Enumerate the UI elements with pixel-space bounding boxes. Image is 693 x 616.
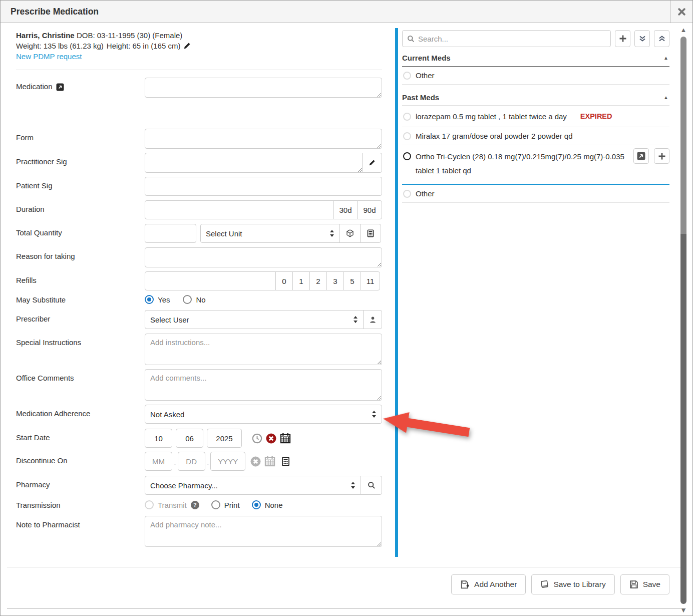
adherence-select[interactable]: Not Asked [145, 405, 382, 424]
calendar-icon[interactable] [280, 433, 291, 444]
current-meds-header[interactable]: Current Meds ▲ [402, 49, 669, 67]
scrollbar[interactable]: ▲ ▼ [679, 24, 688, 615]
clear-date-icon[interactable] [266, 433, 276, 444]
add-med-to-rx-button[interactable] [654, 148, 669, 164]
discontinue-year-input[interactable] [210, 452, 245, 471]
none-radio[interactable]: None [252, 500, 283, 509]
scrollbar-thumb[interactable] [680, 234, 686, 604]
scrollbar-down-arrow[interactable]: ▼ [680, 608, 687, 613]
pharmacy-note-input[interactable] [145, 516, 382, 547]
book-icon [540, 579, 549, 589]
refills-input[interactable] [145, 271, 276, 290]
med-item-ortho-tri-cyclen[interactable]: Ortho Tri-Cyclen (28) 0.18 mg(7)/0.215mg… [402, 145, 669, 185]
sort-arrows-icon [353, 316, 358, 324]
medication-external-link-icon[interactable] [56, 83, 64, 91]
open-med-button[interactable] [633, 148, 649, 164]
prescriber-select[interactable]: Select User [145, 310, 364, 329]
medication-input[interactable] [145, 78, 382, 98]
prescriber-user-button[interactable] [363, 310, 382, 329]
radio-disabled-icon [145, 500, 154, 509]
meds-search-field[interactable] [402, 30, 611, 47]
total-quantity-input[interactable] [145, 224, 196, 243]
patient-name: Harris, Christine [16, 31, 75, 40]
transmission-label: Transmission [16, 500, 145, 509]
radio-icon [403, 72, 411, 80]
total-quantity-label: Total Quantity [16, 224, 145, 243]
med-item-lorazepam[interactable]: lorazepam 0.5 mg tablet , 1 tablet twice… [402, 106, 669, 127]
start-day-input[interactable] [176, 429, 203, 448]
special-instructions-input[interactable] [145, 334, 382, 365]
substitute-no-radio[interactable]: No [183, 295, 205, 304]
date-calculator-icon[interactable] [281, 457, 290, 466]
duration-90d-button[interactable]: 90d [357, 200, 382, 219]
refill-1-button[interactable]: 1 [292, 271, 310, 290]
meds-search-input[interactable] [418, 31, 606, 46]
calendar-disabled-icon [264, 456, 275, 467]
meds-panel: Current Meds ▲ Other Past Meds ▲ lorazep… [398, 23, 669, 557]
print-radio[interactable]: Print [211, 500, 240, 509]
start-month-input[interactable] [145, 429, 172, 448]
help-icon[interactable]: ? [191, 501, 199, 509]
refill-5-button[interactable]: 5 [343, 271, 361, 290]
save-icon [629, 580, 638, 589]
external-link-icon [637, 152, 645, 160]
scrollbar-up-arrow[interactable]: ▲ [680, 28, 687, 33]
past-meds-header[interactable]: Past Meds ▲ [402, 89, 669, 106]
duration-30d-button[interactable]: 30d [333, 200, 358, 219]
reason-input[interactable] [145, 247, 382, 267]
radio-icon [211, 500, 220, 509]
scrollbar-thumb-upper[interactable] [680, 37, 686, 234]
radio-icon [403, 113, 411, 121]
office-comments-input[interactable] [145, 369, 382, 401]
edit-vitals-pencil-icon[interactable] [183, 42, 191, 50]
pharmacy-select[interactable]: Choose Pharmacy... [145, 476, 361, 495]
patient-dob: DOB: 03-11-1995 (30) (Female) [77, 31, 182, 40]
plus-icon [619, 35, 627, 43]
substitute-yes-radio[interactable]: Yes [145, 295, 170, 304]
save-button[interactable]: Save [620, 574, 669, 594]
quantity-calculator-button[interactable] [360, 224, 381, 243]
modal-body: Harris, Christine DOB: 03-11-1995 (30) (… [1, 23, 692, 557]
add-med-button[interactable] [615, 30, 630, 47]
radio-icon [403, 190, 411, 198]
package-lookup-button[interactable] [339, 224, 361, 243]
duration-input[interactable] [145, 200, 334, 219]
close-button[interactable] [670, 1, 692, 23]
new-pdmp-request-link[interactable]: New PDMP request [16, 52, 82, 61]
practitioner-sig-input[interactable] [145, 153, 363, 173]
pharmacy-search-button[interactable] [361, 476, 382, 495]
clear-date-disabled-icon [250, 456, 261, 467]
med-item-miralax[interactable]: Miralax 17 gram/dose oral powder 2 powde… [402, 127, 669, 145]
transmit-radio: Transmit ? [145, 500, 199, 509]
current-meds-other-item[interactable]: Other [402, 67, 669, 85]
save-to-library-button[interactable]: Save to Library [531, 574, 614, 594]
practitioner-sig-edit-button[interactable] [362, 153, 382, 173]
user-icon [369, 316, 377, 324]
refill-0-button[interactable]: 0 [275, 271, 293, 290]
discontinue-month-input[interactable] [145, 452, 172, 471]
refill-2-button[interactable]: 2 [309, 271, 327, 290]
add-another-button[interactable]: Add Another [451, 574, 526, 594]
unit-select[interactable]: Select Unit [200, 224, 340, 243]
pharmacy-label: Pharmacy [16, 476, 145, 495]
patient-sig-label: Patient Sig [16, 177, 145, 196]
refill-3-button[interactable]: 3 [326, 271, 344, 290]
collapse-all-button[interactable] [634, 30, 650, 47]
patient-height: Height: 65 in (165 cm) [107, 42, 181, 50]
refill-11-button[interactable]: 11 [361, 271, 380, 290]
sort-arrows-icon [329, 229, 334, 237]
discontinue-day-input[interactable] [178, 452, 205, 471]
save-plus-icon [460, 580, 470, 589]
radio-icon [183, 295, 192, 304]
form-label: Form [16, 129, 145, 149]
form-input[interactable] [145, 129, 382, 149]
start-date-label: Start Date [16, 429, 145, 448]
prescriber-label: Prescriber [16, 310, 145, 329]
past-meds-other-item[interactable]: Other [402, 185, 669, 203]
clock-icon[interactable] [252, 433, 262, 444]
note-to-pharmacist-label: Note to Pharmacist [16, 516, 145, 547]
search-icon [368, 481, 376, 489]
expand-all-button[interactable] [654, 30, 669, 47]
start-year-input[interactable] [207, 429, 242, 448]
patient-sig-input[interactable] [145, 177, 382, 196]
